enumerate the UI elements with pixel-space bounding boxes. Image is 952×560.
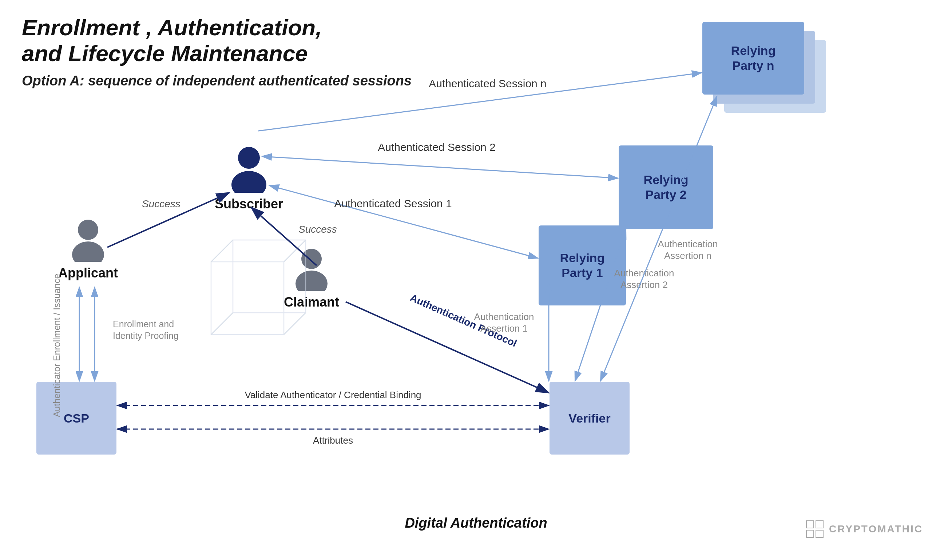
svg-line-9 — [284, 240, 306, 262]
verifier-box: Verifier — [550, 382, 630, 455]
rp1-box: RelyingParty 1 — [539, 225, 626, 305]
assertion1-label2: Assertion 1 — [481, 323, 528, 334]
rpn-box: RelyingParty n — [702, 22, 804, 94]
logo-icon — [806, 520, 824, 538]
svg-rect-20 — [807, 530, 814, 537]
validate-label: Validate Authenticator / Credential Bind… — [244, 389, 421, 400]
subscriber-label: Subscriber — [215, 196, 283, 211]
session2-arrow — [262, 156, 618, 178]
sessionn-label: Authenticated Session n — [429, 77, 547, 89]
svg-point-0 — [78, 220, 98, 240]
success1-label: Success — [142, 198, 181, 210]
title-line1: Enrollment , Authentication, — [22, 15, 322, 40]
svg-rect-19 — [816, 521, 823, 528]
logo-text: CRYPTOMATHIC — [829, 523, 923, 535]
main-title: Enrollment , Authentication, and Lifecyc… — [22, 15, 411, 66]
rp2-box: RelyingParty 2 — [619, 145, 713, 229]
assertionn-label1: Authentication — [658, 239, 718, 250]
assertionn-label2: Assertion n — [664, 250, 711, 261]
subscriber-person: Subscriber — [215, 145, 283, 211]
footer-label: Digital Authentication — [405, 515, 547, 531]
cube-wireframe — [182, 225, 320, 365]
diagram-container: Enrollment , Authentication, and Lifecyc… — [0, 0, 952, 560]
csp-box: CSP — [36, 382, 116, 455]
assertion2-label2: Assertion 2 — [620, 279, 668, 290]
svg-point-1 — [72, 241, 104, 262]
svg-line-8 — [211, 240, 233, 262]
svg-point-3 — [232, 171, 266, 193]
rp1-label: RelyingParty 1 — [560, 250, 605, 280]
digital-auth-label: Digital Authentication — [405, 515, 547, 531]
csp-label: CSP — [64, 411, 89, 426]
applicant-label: Applicant — [58, 265, 118, 281]
logo-area: CRYPTOMATHIC — [806, 520, 923, 538]
session2-label: Authenticated Session 2 — [378, 141, 496, 153]
rpn-label: RelyingParty n — [731, 43, 776, 73]
svg-point-2 — [238, 147, 260, 169]
svg-line-10 — [211, 313, 233, 335]
auth-protocol-arrow — [346, 302, 549, 393]
attributes-label: Attributes — [313, 435, 353, 446]
assertion1-label1: Authentication — [474, 311, 534, 322]
svg-rect-18 — [807, 521, 814, 528]
subscriber-icon — [229, 145, 269, 193]
applicant-person: Applicant — [58, 218, 118, 281]
rp2-label: RelyingParty 2 — [644, 172, 689, 202]
svg-line-11 — [284, 313, 306, 335]
sub-title: Option A: sequence of independent authen… — [22, 73, 411, 89]
enrollment-label2: Identity Proofing — [113, 330, 179, 341]
svg-rect-21 — [816, 530, 823, 537]
verifier-label: Verifier — [569, 411, 610, 426]
auth-protocol-label: Authentication Protocol — [409, 292, 519, 349]
session1-label: Authenticated Session 1 — [334, 197, 452, 210]
enrollment-label: Enrollment and — [113, 319, 174, 329]
title-block: Enrollment , Authentication, and Lifecyc… — [22, 15, 411, 89]
applicant-icon — [70, 218, 106, 262]
cube-svg — [182, 225, 320, 364]
title-line2: and Lifecycle Maintenance — [22, 41, 308, 66]
